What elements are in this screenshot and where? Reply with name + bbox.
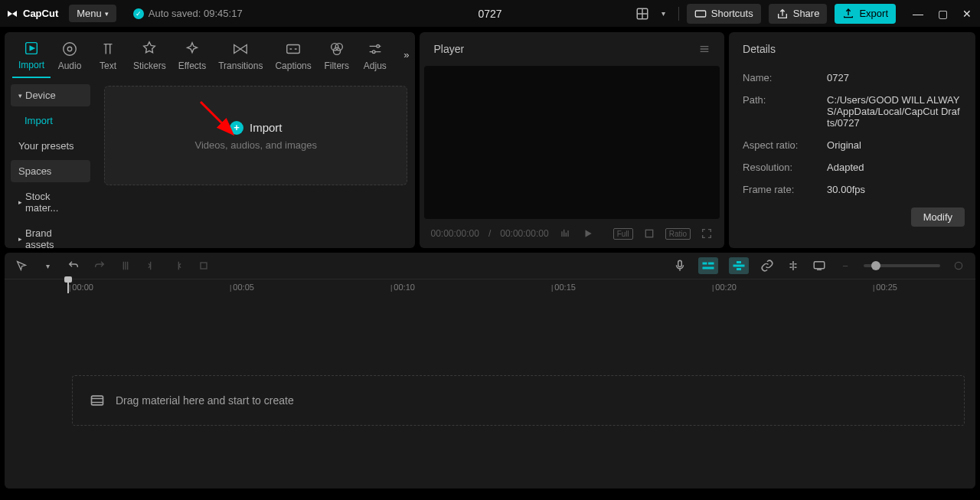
svg-rect-28 <box>92 396 103 405</box>
sidebar-item-spaces[interactable]: Spaces <box>11 160 90 182</box>
tab-transitions[interactable]: Transitions <box>212 38 269 77</box>
layout-icon[interactable] <box>635 7 649 21</box>
tab-effects[interactable]: Effects <box>172 38 212 77</box>
crop-tool <box>196 258 211 273</box>
caret-down-icon: ▾ <box>18 92 22 100</box>
tab-captions[interactable]: Captions <box>269 38 317 77</box>
timeline-ruler[interactable]: 00:00 00:05 00:10 00:15 00:20 00:25 <box>5 279 975 296</box>
name-value: 0727 <box>827 72 962 83</box>
sidebar-item-presets[interactable]: Your presets <box>11 135 90 157</box>
stickers-icon <box>141 41 158 57</box>
track-mode-1[interactable] <box>698 257 718 274</box>
fullscreen-icon[interactable] <box>700 227 714 240</box>
media-tabs: Import Audio Text Stickers Effects Trans… <box>5 32 415 78</box>
film-icon <box>90 393 105 408</box>
chevron-down-icon: ▾ <box>105 10 109 18</box>
player-controls: 00:00:00:00 / 00:00:00:00 Full Ratio <box>420 219 724 248</box>
delete-right-tool <box>170 258 185 273</box>
sidebar-item-import[interactable]: Import <box>11 109 90 132</box>
full-button[interactable]: Full <box>613 228 633 240</box>
tab-import[interactable]: Import <box>12 37 51 78</box>
framerate-label: Frame rate: <box>743 184 827 195</box>
aspect-value: Original <box>827 139 962 151</box>
caret-right-icon: ▸ <box>18 198 22 206</box>
caret-right-icon: ▸ <box>18 235 22 243</box>
tab-filters[interactable]: Filters <box>318 38 356 77</box>
svg-point-6 <box>64 43 77 56</box>
timeline-drop-hint: Drag material here and start to create <box>116 394 294 407</box>
svg-point-7 <box>67 47 72 51</box>
path-value: C:/Users/GOOD WILL ALWAYS/AppData/Local/… <box>827 94 962 129</box>
zoom-fit[interactable] <box>951 258 966 273</box>
check-icon: ✓ <box>133 8 144 19</box>
ruler-tick: 00:15 <box>551 283 576 292</box>
align-tool[interactable] <box>786 258 801 273</box>
tab-audio[interactable]: Audio <box>51 38 89 77</box>
tab-adjust[interactable]: Adjus <box>356 38 394 77</box>
menu-button[interactable]: Menu▾ <box>69 5 116 22</box>
color-meter-icon[interactable] <box>558 227 572 240</box>
ruler-tick: 00:20 <box>712 283 737 292</box>
tab-stickers[interactable]: Stickers <box>127 38 172 77</box>
name-label: Name: <box>743 72 827 83</box>
crop-icon[interactable] <box>642 227 656 240</box>
audio-icon <box>61 41 78 57</box>
ruler-tick: 00:25 <box>873 283 897 292</box>
svg-rect-18 <box>201 263 207 269</box>
zoom-handle[interactable] <box>871 261 880 270</box>
link-tool[interactable] <box>760 258 775 273</box>
svg-rect-24 <box>737 261 741 263</box>
maximize-button[interactable]: ▢ <box>936 7 949 21</box>
text-icon <box>100 41 116 57</box>
details-panel: Details Name:0727 Path:C:/Users/GOOD WIL… <box>729 32 975 248</box>
preview-tool[interactable] <box>812 258 827 273</box>
close-button[interactable]: ✕ <box>960 7 974 21</box>
player-viewport[interactable] <box>424 66 720 219</box>
svg-point-11 <box>333 47 340 54</box>
captions-icon <box>285 41 302 57</box>
title-bar: CapCut Menu▾ ✓ Auto saved: 09:45:17 0727… <box>0 0 980 28</box>
shortcuts-button[interactable]: Shortcuts <box>687 4 761 24</box>
tabs-more-icon[interactable]: » <box>403 49 409 60</box>
svg-point-10 <box>335 44 342 51</box>
export-button[interactable]: Export <box>835 4 896 24</box>
project-title: 0727 <box>478 8 501 20</box>
import-hint: Videos, audios, and images <box>194 139 316 151</box>
media-panel: Import Audio Text Stickers Effects Trans… <box>5 32 415 248</box>
svg-point-12 <box>377 45 380 48</box>
share-button[interactable]: Share <box>769 4 828 24</box>
chevron-down-icon[interactable]: ▾ <box>657 7 671 21</box>
sidebar-item-stock[interactable]: ▸Stock mater... <box>11 185 90 219</box>
filters-icon <box>328 41 345 57</box>
sidebar-item-device[interactable]: ▾Device <box>11 84 90 106</box>
svg-marker-16 <box>585 230 591 237</box>
play-button[interactable] <box>581 227 595 240</box>
redo-button <box>92 258 107 273</box>
sidebar-item-brand[interactable]: ▸Brand assets <box>11 222 90 256</box>
undo-button[interactable] <box>66 258 81 273</box>
import-dropzone[interactable]: + Import Videos, audios, and images <box>104 86 407 185</box>
effects-icon <box>184 41 201 57</box>
mic-button[interactable] <box>672 258 688 273</box>
svg-line-15 <box>201 102 231 132</box>
zoom-slider[interactable] <box>864 264 940 267</box>
minimize-button[interactable]: — <box>911 7 925 21</box>
player-title: Player <box>433 43 464 55</box>
track-mode-2[interactable] <box>729 257 749 274</box>
timeline-dropzone[interactable]: Drag material here and start to create <box>72 375 965 426</box>
svg-point-13 <box>372 51 375 54</box>
modify-button[interactable]: Modify <box>911 208 965 227</box>
timeline[interactable]: Drag material here and start to create <box>5 296 975 489</box>
divider <box>678 7 679 21</box>
ratio-button[interactable]: Ratio <box>665 228 691 240</box>
svg-rect-8 <box>287 45 300 54</box>
ruler-tick: 00:05 <box>230 283 254 292</box>
tab-text[interactable]: Text <box>89 38 127 77</box>
timecode-total: 00:00:00:00 <box>500 228 548 239</box>
chevron-down-icon[interactable]: ▾ <box>40 258 55 273</box>
menu-icon[interactable] <box>698 43 710 55</box>
zoom-out[interactable]: − <box>838 258 853 273</box>
svg-rect-21 <box>708 263 714 265</box>
pointer-tool[interactable] <box>14 258 29 273</box>
share-icon <box>776 8 789 20</box>
